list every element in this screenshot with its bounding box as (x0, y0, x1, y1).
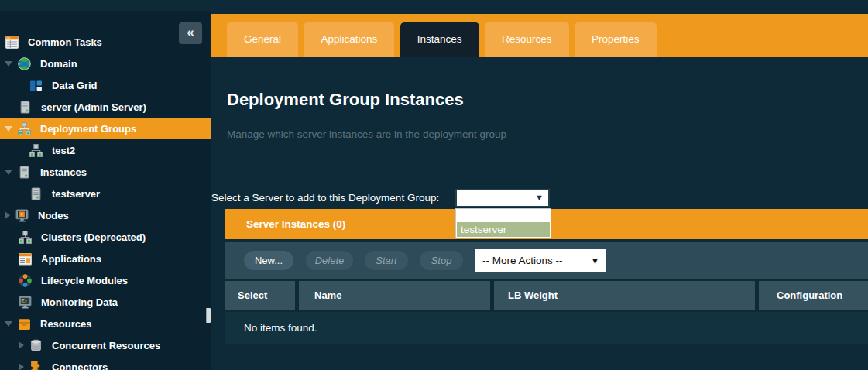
data-grid-icon (29, 79, 43, 92)
connector-puzzle-icon (29, 361, 43, 370)
server-select[interactable]: ▼ (455, 189, 550, 207)
sidebar-item-testserver[interactable]: testserver (0, 183, 211, 204)
chevron-right-icon[interactable] (5, 211, 10, 219)
sidebar-item-connectors[interactable]: Connectors (0, 356, 211, 370)
sidebar-item-nodes[interactable]: Nodes (0, 204, 211, 226)
dropdown-option-testserver[interactable]: testserver (457, 222, 550, 237)
sidebar-item-server-admin[interactable]: server (Admin Server) (0, 96, 211, 118)
more-actions-select[interactable]: -- More Actions -- ▼ (475, 249, 606, 272)
column-header-lb-weight: LB Weight (494, 281, 755, 310)
sidebar-item-label: Applications (41, 253, 101, 265)
server-icon (29, 187, 43, 200)
sidebar-item-concurrent-resources[interactable]: Concurrent Resources (0, 334, 211, 356)
cluster-tree-icon (18, 122, 31, 135)
tab-instances[interactable]: Instances (400, 22, 479, 57)
start-button[interactable]: Start (365, 251, 408, 270)
chevron-down-icon: ▼ (591, 250, 599, 272)
sidebar-nav: Common Tasks Domain Data Grid server (Ad… (0, 31, 211, 370)
tab-applications[interactable]: Applications (304, 22, 394, 57)
cluster-tree-icon (29, 144, 43, 157)
page-title: Deployment Group Instances (227, 90, 464, 110)
sidebar-item-applications[interactable]: Applications (0, 248, 211, 269)
server-select-dropdown: testserver (455, 208, 551, 238)
lifecycle-icon (19, 274, 32, 287)
sidebar-item-resources[interactable]: Resources (0, 313, 211, 334)
page-subtitle: Manage which server instances are in the… (227, 128, 506, 140)
main-content: Deployment Group Instances Manage which … (211, 57, 868, 370)
tab-bar: General Applications Instances Resources… (211, 14, 868, 57)
delete-button[interactable]: Delete (306, 251, 353, 270)
table-header-row: Select Name LB Weight Configuration (225, 281, 868, 310)
sidebar-item-label: Instances (40, 166, 87, 178)
resources-box-icon (18, 317, 31, 331)
empty-table-message: No items found. (225, 312, 868, 344)
sidebar-item-label: Concurrent Resources (52, 340, 160, 351)
sidebar-item-common-tasks[interactable]: Common Tasks (0, 31, 211, 53)
chevron-down-icon: ▼ (535, 193, 544, 202)
sidebar-item-lifecycle-modules[interactable]: Lifecycle Modules (0, 269, 211, 291)
sidebar-item-label: Nodes (38, 210, 69, 221)
chevron-down-icon[interactable] (5, 170, 12, 175)
sidebar-item-label: test2 (52, 145, 75, 156)
tab-properties[interactable]: Properties (575, 22, 657, 57)
chevron-down-icon[interactable] (5, 61, 12, 67)
applications-window-icon (19, 252, 32, 266)
tab-resources[interactable]: Resources (485, 22, 569, 57)
add-server-label: Select a Server to add to this Deploymen… (211, 189, 439, 207)
server-instances-title: Server Instances (0) (246, 218, 345, 230)
table-toolbar: New... Delete Start Stop -- More Actions… (225, 242, 868, 279)
column-header-select: Select (225, 281, 295, 310)
nodes-monitor-icon (15, 209, 29, 222)
sidebar-item-label: Domain (40, 58, 77, 70)
chevron-right-icon[interactable] (19, 341, 24, 349)
globe-icon (18, 57, 31, 70)
sidebar-item-data-grid[interactable]: Data Grid (0, 74, 211, 96)
dropdown-option-blank[interactable] (457, 210, 550, 222)
sidebar-item-label: testserver (52, 188, 100, 200)
sidebar-item-label: Deployment Groups (40, 123, 136, 135)
common-tasks-icon (5, 36, 19, 49)
database-icon (29, 339, 43, 352)
monitoring-icon (19, 296, 32, 309)
sidebar-item-label: Clusters (Deprecated) (41, 231, 146, 243)
sidebar-item-clusters[interactable]: Clusters (Deprecated) (0, 226, 211, 248)
column-header-configuration: Configuration (759, 281, 868, 310)
column-header-name: Name (299, 281, 490, 310)
sidebar-item-label: Common Tasks (28, 36, 102, 48)
cluster-tree-icon (19, 231, 32, 244)
more-actions-value: -- More Actions -- (482, 255, 563, 266)
chevron-down-icon[interactable] (5, 126, 12, 132)
server-icon (18, 166, 31, 179)
sidebar-item-label: Monitoring Data (41, 296, 118, 308)
sidebar-item-deployment-groups[interactable]: Deployment Groups (0, 118, 211, 139)
sidebar: « Common Tasks Domain Data Grid (0, 11, 211, 370)
sidebar-item-label: Lifecycle Modules (41, 275, 128, 286)
chevron-right-icon[interactable] (19, 363, 24, 370)
sidebar-item-monitoring-data[interactable]: Monitoring Data (0, 291, 211, 313)
sidebar-item-label: Connectors (52, 361, 108, 370)
sidebar-item-instances[interactable]: Instances (0, 161, 211, 183)
sidebar-item-test2[interactable]: test2 (0, 139, 211, 161)
sidebar-item-label: Data Grid (52, 80, 98, 91)
sidebar-item-domain[interactable]: Domain (0, 53, 211, 74)
tab-general[interactable]: General (227, 22, 298, 57)
sidebar-item-label: server (Admin Server) (41, 101, 146, 113)
new-button[interactable]: New... (244, 251, 293, 270)
sidebar-item-label: Resources (40, 318, 91, 330)
server-icon (19, 101, 32, 114)
stop-button[interactable]: Stop (420, 251, 463, 270)
chevron-down-icon[interactable] (5, 321, 12, 327)
